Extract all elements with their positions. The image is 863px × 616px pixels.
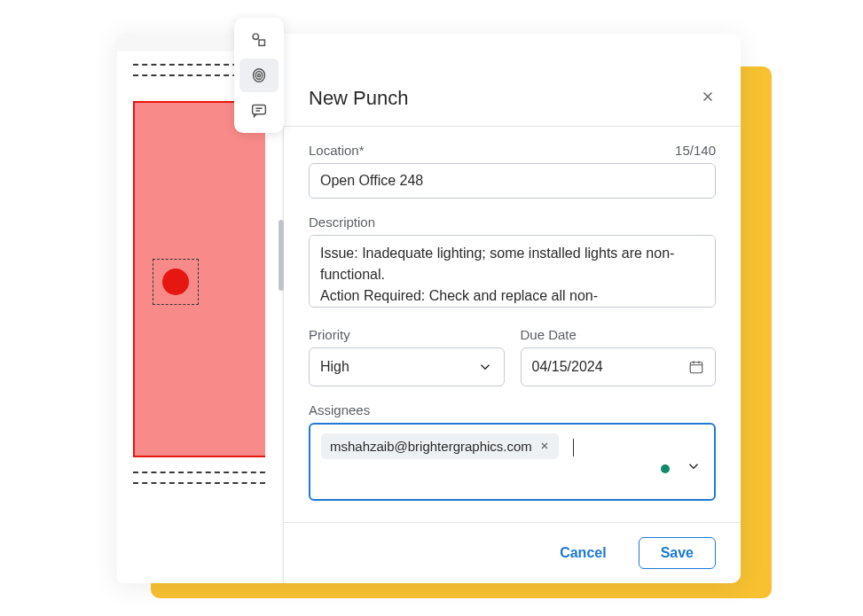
shape-tool-button[interactable] (239, 23, 279, 57)
description-field: Description (309, 214, 716, 311)
assignees-dropdown-toggle[interactable] (686, 458, 702, 478)
svg-rect-2 (259, 40, 264, 45)
description-input[interactable] (309, 235, 716, 308)
form-body: Location* 15/140 Description Priority (284, 127, 741, 522)
svg-point-1 (253, 34, 258, 39)
drawing-line (133, 482, 265, 484)
shapes-icon (249, 30, 269, 50)
location-char-count: 15/140 (675, 143, 716, 158)
cancel-button[interactable]: Cancel (545, 538, 620, 568)
location-label: Location* (309, 143, 365, 158)
priority-label: Priority (309, 327, 350, 342)
chevron-down-icon (477, 359, 493, 375)
form-header: New Punch (284, 34, 741, 127)
svg-point-5 (258, 74, 261, 77)
assignees-input[interactable]: mshahzaib@brightergraphics.com (309, 423, 716, 501)
form-pane: New Punch Location* 15/140 Description (284, 34, 741, 583)
calendar-icon (688, 359, 704, 375)
save-button[interactable]: Save (639, 537, 716, 569)
app-window: New Punch Location* 15/140 Description (115, 34, 741, 583)
due-date-value: 04/15/2024 (532, 359, 603, 375)
fingerprint-icon (249, 66, 269, 85)
priority-select[interactable]: High (309, 347, 505, 386)
comment-tool-button[interactable] (239, 94, 279, 128)
chevron-down-icon (686, 458, 702, 474)
due-date-field: Due Date 04/15/2024 (521, 327, 717, 386)
stamp-tool-button[interactable] (239, 58, 279, 92)
due-date-input[interactable]: 04/15/2024 (521, 347, 717, 386)
priority-value: High (320, 359, 349, 375)
svg-point-4 (255, 71, 262, 79)
location-field: Location* 15/140 (309, 143, 716, 199)
due-date-label: Due Date (521, 327, 577, 342)
assignee-chip-label: mshahzaib@brightergraphics.com (330, 439, 532, 454)
floating-toolbar (234, 18, 284, 133)
remove-chip-button[interactable] (539, 440, 550, 454)
punch-marker[interactable] (153, 259, 199, 305)
drawing-line (133, 472, 265, 473)
punch-dot-icon (162, 269, 189, 295)
svg-rect-6 (253, 105, 266, 114)
description-label: Description (309, 214, 375, 230)
priority-field: Priority High (309, 327, 505, 386)
assignees-field: Assignees mshahzaib@brightergraphics.com (309, 402, 716, 501)
location-input[interactable] (309, 163, 716, 199)
form-title: New Punch (309, 87, 409, 110)
form-footer: Cancel Save (284, 522, 741, 583)
comment-icon (249, 101, 269, 121)
close-button[interactable] (700, 89, 716, 109)
text-cursor (573, 439, 574, 456)
svg-rect-0 (690, 363, 702, 373)
assignees-label: Assignees (309, 402, 370, 417)
assignee-chip: mshahzaib@brightergraphics.com (321, 433, 559, 459)
